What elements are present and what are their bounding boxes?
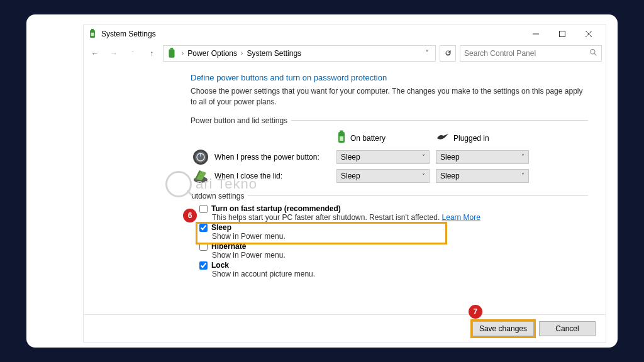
breadcrumb-system-settings[interactable]: System Settings [245,49,303,58]
minimize-button[interactable] [523,25,549,43]
svg-rect-1 [91,29,94,30]
svg-rect-12 [340,131,343,133]
forward-button[interactable]: → [106,46,121,61]
sleep-checkbox-label[interactable]: Sleep [199,223,588,232]
svg-rect-4 [560,31,565,37]
battery-icon [336,130,347,146]
sleep-item: Sleep Show in Power menu. [199,223,588,241]
cancel-button[interactable]: Cancel [539,321,596,336]
refresh-button[interactable] [440,45,456,62]
lid-row-label: When I close the lid: [214,172,282,180]
lid-battery-select[interactable]: Sleep˅ [336,169,430,183]
svg-rect-8 [170,48,174,49]
shutdown-legend: utdown settings [192,192,244,200]
content-area: ari Tekno Define power buttons and turn … [84,64,606,314]
svg-line-10 [594,53,596,55]
chevron-down-icon: ˅ [422,172,425,179]
plug-icon [436,133,450,143]
titlebar: System Settings [84,25,606,43]
lock-item: Lock Show in account picture menu. [199,261,588,278]
search-box[interactable] [460,45,602,62]
power-button-icon [192,148,209,166]
fast-startup-item: Turn on fast startup (recommended) This … [199,204,588,222]
close-button[interactable] [575,25,602,43]
search-input[interactable] [464,49,589,58]
fast-startup-checkbox[interactable] [199,205,208,213]
hibernate-item: Hibernate Show in Power menu. [199,242,588,260]
maximize-button[interactable] [549,25,575,43]
save-changes-button[interactable]: Save changes [472,321,534,336]
power-button-plugged-select[interactable]: Sleep˅ [436,150,529,164]
lock-checkbox[interactable] [199,261,208,270]
lid-plugged-select[interactable]: Sleep˅ [436,169,529,183]
chevron-down-icon: ˅ [521,172,525,179]
up-button[interactable]: ↑ [144,46,159,61]
svg-rect-7 [169,49,175,58]
navbar: ← → ˅ ↑ › Power Options › System Setting… [84,43,606,64]
svg-point-9 [591,49,595,53]
page-heading: Define power buttons and turn on passwor… [191,73,588,82]
lock-checkbox-label[interactable]: Lock [199,261,588,270]
address-dropdown-icon[interactable]: ˅ [421,49,433,58]
sleep-checkbox[interactable] [199,224,208,232]
address-bar[interactable]: › Power Options › System Settings ˅ [163,45,436,62]
battery-app-icon [87,29,97,39]
recent-dropdown[interactable]: ˅ [125,46,140,61]
on-battery-label: On battery [350,134,386,143]
plugged-in-label: Plugged in [453,134,489,143]
learn-more-link[interactable]: Learn More [442,213,480,222]
page-description: Choose the power settings that you want … [191,86,588,107]
shutdown-settings-fieldset: utdown settings Turn on fast startup (re… [191,192,588,278]
power-button-battery-select[interactable]: Sleep˅ [336,150,430,164]
chevron-down-icon: ˅ [521,153,525,160]
annotation-marker-6: 6 [183,209,197,222]
svg-rect-2 [91,33,94,36]
power-lid-legend: Power button and lid settings [191,116,287,125]
fast-startup-checkbox-label[interactable]: Turn on fast startup (recommended) [199,204,588,213]
search-icon [589,48,597,58]
chevron-down-icon: ˅ [422,153,425,160]
back-button[interactable]: ← [87,46,103,61]
hibernate-checkbox[interactable] [199,243,208,251]
power-button-lid-fieldset: Power button and lid settings On battery… [191,116,588,185]
system-settings-window: System Settings ← → ˅ ↑ › Power Options … [83,25,606,343]
button-bar: 7 Save changes Cancel [84,314,606,342]
chevron-right-icon[interactable]: › [180,50,186,57]
hibernate-checkbox-label[interactable]: Hibernate [199,242,588,251]
battery-path-icon [166,48,177,59]
svg-rect-13 [340,136,343,141]
lid-icon [192,167,209,185]
annotation-marker-7: 7 [469,305,482,319]
power-button-row-label: When I press the power button: [214,153,319,162]
breadcrumb-power-options[interactable]: Power Options [186,49,239,58]
chevron-right-icon[interactable]: › [239,50,245,57]
window-title: System Settings [101,30,156,38]
